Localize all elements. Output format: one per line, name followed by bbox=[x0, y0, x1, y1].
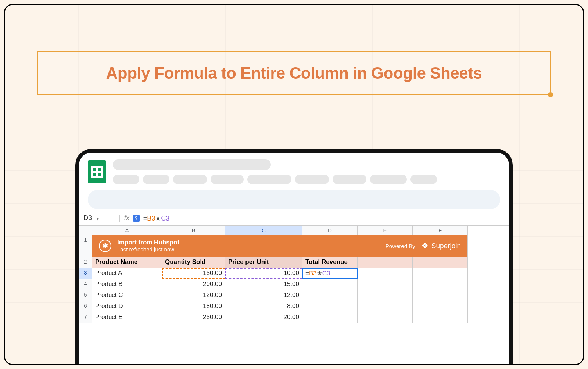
col-header-d[interactable]: D bbox=[302, 226, 358, 235]
cell[interactable] bbox=[302, 301, 358, 312]
header-cell-product-name[interactable]: Product Name bbox=[92, 257, 162, 268]
cell[interactable] bbox=[413, 257, 468, 268]
menu-pill[interactable] bbox=[370, 175, 407, 184]
menu-pill[interactable] bbox=[143, 175, 169, 184]
device-mockup: D3 ▼ | fx ? =B3★C3 A B C D E F 1 ✱ bbox=[75, 149, 513, 365]
banner-title: Import from Hubspot bbox=[117, 239, 179, 246]
spreadsheet-grid[interactable]: A B C D E F 1 ✱ Import from Hubspot Last… bbox=[79, 225, 509, 323]
col-header-f[interactable]: F bbox=[413, 226, 468, 235]
select-all-corner[interactable] bbox=[79, 226, 92, 235]
outer-frame: Apply Formula to Entire Column in Google… bbox=[4, 4, 584, 365]
cell[interactable]: Product D bbox=[92, 301, 162, 312]
cell-d3-active[interactable]: =B3★C3 bbox=[302, 268, 358, 279]
cell[interactable]: 12.00 bbox=[225, 290, 302, 301]
header-cell-revenue[interactable]: Total Revenue bbox=[302, 257, 358, 268]
menu-pill[interactable] bbox=[295, 175, 329, 184]
cell[interactable] bbox=[358, 279, 413, 290]
cell[interactable] bbox=[413, 279, 468, 290]
cell[interactable] bbox=[358, 301, 413, 312]
cell[interactable]: 8.00 bbox=[225, 301, 302, 312]
name-box-value: D3 bbox=[83, 214, 92, 222]
cell[interactable] bbox=[302, 312, 358, 323]
selection-handle[interactable] bbox=[548, 92, 553, 97]
page-title: Apply Formula to Entire Column in Google… bbox=[106, 64, 482, 82]
cell[interactable] bbox=[413, 312, 468, 323]
row-header[interactable]: 2 bbox=[79, 257, 92, 268]
formula-input[interactable]: =B3★C3 bbox=[143, 214, 171, 222]
formula-bar[interactable]: D3 ▼ | fx ? =B3★C3 bbox=[79, 212, 509, 225]
text-cursor bbox=[170, 215, 170, 222]
cell-c3[interactable]: 10.00 bbox=[225, 268, 302, 279]
menu-pill[interactable] bbox=[173, 175, 207, 184]
cell[interactable]: Product C bbox=[92, 290, 162, 301]
cell[interactable]: 180.00 bbox=[162, 301, 225, 312]
sheets-chrome bbox=[79, 153, 509, 212]
formula-operator: ★ bbox=[155, 215, 161, 222]
cell[interactable] bbox=[413, 301, 468, 312]
cell-b3[interactable]: 150.00 bbox=[162, 268, 225, 279]
powered-by-label: Powered By bbox=[386, 243, 415, 249]
doc-title-placeholder[interactable] bbox=[113, 159, 271, 170]
cell[interactable] bbox=[413, 290, 468, 301]
header-cell-price[interactable]: Price per Unit bbox=[225, 257, 302, 268]
formula-help-icon[interactable]: ? bbox=[133, 215, 140, 222]
menu-pill[interactable] bbox=[333, 175, 366, 184]
superjoin-label: Superjoin bbox=[431, 242, 461, 250]
row-header[interactable]: 5 bbox=[79, 290, 92, 301]
cell[interactable]: 20.00 bbox=[225, 312, 302, 323]
title-box[interactable]: Apply Formula to Entire Column in Google… bbox=[37, 51, 551, 95]
row-header[interactable]: 1 bbox=[79, 235, 92, 257]
cell[interactable] bbox=[302, 290, 358, 301]
cell[interactable]: 250.00 bbox=[162, 312, 225, 323]
cell[interactable] bbox=[413, 268, 468, 279]
row-header[interactable]: 4 bbox=[79, 279, 92, 290]
hubspot-icon: ✱ bbox=[99, 240, 111, 252]
col-header-c[interactable]: C bbox=[225, 226, 302, 235]
cell[interactable]: Product E bbox=[92, 312, 162, 323]
menu-pill[interactable] bbox=[410, 175, 437, 184]
google-sheets-icon[interactable] bbox=[88, 160, 106, 183]
col-header-a[interactable]: A bbox=[92, 226, 162, 235]
cell[interactable] bbox=[358, 268, 413, 279]
superjoin-icon: ❖ bbox=[421, 241, 429, 251]
row-header[interactable]: 6 bbox=[79, 301, 92, 312]
col-header-b[interactable]: B bbox=[162, 226, 225, 235]
row-header[interactable]: 3 bbox=[79, 268, 92, 279]
menu-bar-placeholder bbox=[113, 175, 500, 184]
name-box[interactable]: D3 ▼ bbox=[81, 214, 115, 223]
cell-a3[interactable]: Product A bbox=[92, 268, 162, 279]
cell[interactable]: 120.00 bbox=[162, 290, 225, 301]
cell[interactable]: 200.00 bbox=[162, 279, 225, 290]
menu-pill[interactable] bbox=[211, 175, 244, 184]
header-cell-quantity[interactable]: Quantity Sold bbox=[162, 257, 225, 268]
cell[interactable]: Product B bbox=[92, 279, 162, 290]
formula-eq: = bbox=[143, 215, 147, 222]
formula-ref-c3: C3 bbox=[161, 215, 169, 222]
chevron-down-icon[interactable]: ▼ bbox=[96, 216, 100, 221]
cell[interactable] bbox=[358, 257, 413, 268]
divider: | bbox=[119, 214, 121, 222]
formula-ref-b3: B3 bbox=[147, 215, 155, 222]
toolbar-placeholder[interactable] bbox=[88, 190, 500, 209]
cell[interactable] bbox=[358, 290, 413, 301]
cell[interactable] bbox=[302, 279, 358, 290]
col-header-e[interactable]: E bbox=[358, 226, 413, 235]
cell[interactable] bbox=[358, 312, 413, 323]
row-header[interactable]: 7 bbox=[79, 312, 92, 323]
fx-label: fx bbox=[124, 214, 129, 222]
import-banner[interactable]: ✱ Import from Hubspot Last refreshed jus… bbox=[92, 235, 468, 257]
cell[interactable]: 15.00 bbox=[225, 279, 302, 290]
menu-pill[interactable] bbox=[247, 175, 291, 184]
banner-subtitle: Last refreshed just now bbox=[117, 246, 179, 253]
superjoin-brand[interactable]: ❖ Superjoin bbox=[421, 241, 461, 251]
menu-pill[interactable] bbox=[113, 175, 139, 184]
